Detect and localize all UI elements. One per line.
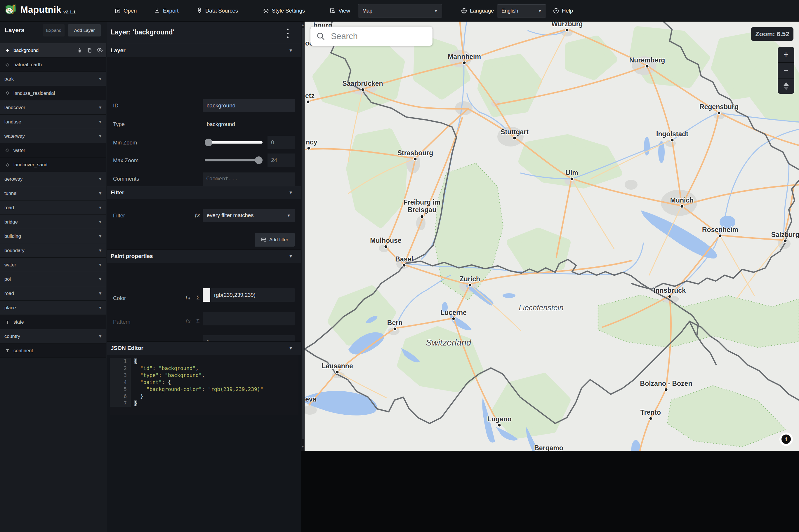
layer-group-water[interactable]: water▼ bbox=[0, 258, 106, 272]
view-icon bbox=[330, 7, 336, 14]
color-swatch[interactable] bbox=[203, 288, 210, 302]
search-box[interactable] bbox=[311, 26, 432, 46]
function-icon: ƒx bbox=[185, 318, 190, 324]
zoom-in-button[interactable]: + bbox=[778, 47, 794, 63]
app-version: v2.1.1 bbox=[63, 10, 76, 14]
export-icon bbox=[154, 7, 160, 14]
help-icon: ? bbox=[553, 7, 559, 14]
section-header-paint[interactable]: Paint properties ▼ bbox=[107, 249, 301, 263]
filter-combiner-select[interactable]: every filter matches ▼ bbox=[203, 209, 295, 222]
duplicate-layer-icon[interactable] bbox=[87, 48, 92, 53]
view-menu-item[interactable]: View bbox=[330, 0, 350, 21]
function-icon[interactable]: ƒx bbox=[194, 212, 200, 218]
max-zoom-slider[interactable] bbox=[205, 156, 262, 164]
layer-item-water[interactable]: water bbox=[0, 143, 106, 157]
svg-text:?: ? bbox=[555, 9, 557, 13]
data-sources-icon bbox=[196, 7, 203, 14]
layer-group-poi[interactable]: poi▼ bbox=[0, 272, 106, 286]
brand: Maputnik v2.1.1 bbox=[4, 3, 76, 16]
zoom-style-icon: Σ bbox=[196, 318, 200, 324]
scroll-up-icon[interactable]: ▲ bbox=[301, 23, 304, 26]
layer-group-waterway[interactable]: waterway▼ bbox=[0, 129, 106, 143]
id-field[interactable] bbox=[203, 99, 295, 112]
export-menu-item[interactable]: Export bbox=[154, 0, 179, 21]
add-layer-button[interactable]: Add Layer bbox=[68, 24, 101, 37]
maputnik-app: Maputnik v2.1.1 Open Export Data Sources… bbox=[0, 0, 799, 532]
chevron-down-icon: ▼ bbox=[98, 291, 102, 296]
visibility-icon[interactable] bbox=[97, 48, 103, 53]
layer-group-tunnel[interactable]: tunnel▼ bbox=[0, 186, 106, 201]
delete-layer-icon[interactable] bbox=[77, 48, 82, 53]
zoom-level-badge: Zoom: 6.52 bbox=[751, 27, 794, 41]
layer-item-continent[interactable]: Tcontinent bbox=[0, 343, 106, 358]
layer-group-place[interactable]: place▼ bbox=[0, 301, 106, 315]
layer-group-building[interactable]: building▼ bbox=[0, 229, 106, 243]
max-zoom-label: Max Zoom bbox=[113, 157, 138, 164]
layer-item-background[interactable]: background bbox=[0, 43, 106, 57]
layer-group-country[interactable]: country▼ bbox=[0, 329, 106, 343]
pattern-field[interactable] bbox=[203, 312, 295, 325]
diamond-icon bbox=[5, 148, 10, 153]
layer-item-state[interactable]: Tstate bbox=[0, 315, 106, 329]
layer-group-road[interactable]: road▼ bbox=[0, 201, 106, 215]
id-label: ID bbox=[113, 102, 118, 109]
chevron-down-icon: ▼ bbox=[98, 119, 102, 124]
layer-group-aeroway[interactable]: aeroway▼ bbox=[0, 172, 106, 186]
compass-button[interactable] bbox=[778, 78, 794, 94]
json-code-editor[interactable]: 1{2 "id": "background",3 "type": "backgr… bbox=[110, 355, 298, 415]
attribution-info-button[interactable]: i bbox=[779, 433, 793, 446]
diamond-filled-icon bbox=[5, 48, 10, 53]
section-header-layer[interactable]: Layer ▼ bbox=[107, 44, 301, 57]
layer-group-bridge[interactable]: bridge▼ bbox=[0, 215, 106, 229]
zoom-out-button[interactable]: − bbox=[778, 63, 794, 78]
chevron-down-icon: ▼ bbox=[289, 253, 293, 259]
min-zoom-slider[interactable] bbox=[205, 139, 262, 146]
diamond-icon bbox=[5, 163, 10, 167]
layer-editor-panel: Layer: 'background' Layer ▼ ID Type back… bbox=[107, 21, 301, 532]
layer-group-boundary[interactable]: boundary▼ bbox=[0, 243, 106, 258]
layer-group-landuse[interactable]: landuse▼ bbox=[0, 115, 106, 129]
section-header-filter[interactable]: Filter ▼ bbox=[107, 186, 301, 200]
layer-group-park[interactable]: park▼ bbox=[0, 72, 106, 86]
layer-group-road[interactable]: road▼ bbox=[0, 286, 106, 301]
data-sources-menu-item[interactable]: Data Sources bbox=[196, 0, 238, 21]
layer-item-landuse_residential[interactable]: landuse_residential bbox=[0, 86, 106, 100]
diamond-icon bbox=[5, 91, 10, 95]
chevron-down-icon: ▼ bbox=[98, 191, 102, 195]
bearing-up-icon bbox=[783, 82, 789, 86]
map-canvas[interactable]: WürzburgMannheimNurembergSaarbrückenRege… bbox=[304, 21, 799, 451]
min-zoom-value[interactable] bbox=[267, 136, 295, 149]
layer-group-landcover[interactable]: landcover▼ bbox=[0, 100, 106, 115]
kebab-menu-icon[interactable] bbox=[285, 28, 291, 39]
layer-item-natural_earth[interactable]: natural_earth bbox=[0, 57, 106, 72]
filter-label: Filter bbox=[113, 212, 125, 219]
diamond-icon bbox=[5, 62, 10, 67]
chevron-down-icon: ▼ bbox=[538, 9, 542, 13]
app-title: Maputnik bbox=[20, 5, 61, 15]
search-input[interactable] bbox=[330, 31, 419, 41]
add-filter-button[interactable]: Add filter bbox=[255, 233, 295, 247]
view-select[interactable]: Map ▼ bbox=[358, 4, 442, 18]
help-menu-item[interactable]: ? Help bbox=[553, 0, 573, 21]
chevron-down-icon: ▼ bbox=[289, 190, 293, 195]
scroll-down-icon[interactable]: ▼ bbox=[301, 445, 304, 448]
chevron-down-icon: ▼ bbox=[98, 134, 102, 138]
json-line: 1{ bbox=[110, 358, 298, 365]
open-menu-item[interactable]: Open bbox=[114, 0, 137, 21]
filter-section-fields: Filter ƒx every filter matches ▼ Add fil… bbox=[107, 199, 301, 249]
editor-scrollbar[interactable]: ▲ ▼ bbox=[301, 21, 304, 451]
section-header-json-editor[interactable]: JSON Editor ▼ bbox=[107, 341, 301, 355]
type-label: Type bbox=[113, 121, 125, 128]
color-field[interactable] bbox=[210, 288, 295, 302]
language-select[interactable]: English ▼ bbox=[497, 4, 546, 18]
style-settings-menu-item[interactable]: Style Settings bbox=[263, 0, 305, 21]
layer-item-landcover_sand[interactable]: landcover_sand bbox=[0, 157, 106, 172]
layers-title: Layers bbox=[5, 26, 24, 34]
scrollbar-thumb[interactable] bbox=[302, 28, 304, 439]
function-icon[interactable]: ƒx bbox=[185, 294, 190, 301]
max-zoom-value[interactable] bbox=[267, 153, 295, 167]
zoom-style-icon[interactable]: Σ bbox=[196, 294, 200, 301]
map-graphics bbox=[304, 21, 799, 451]
expand-button[interactable]: Expand bbox=[43, 24, 64, 37]
text-layer-icon: T bbox=[5, 320, 10, 324]
